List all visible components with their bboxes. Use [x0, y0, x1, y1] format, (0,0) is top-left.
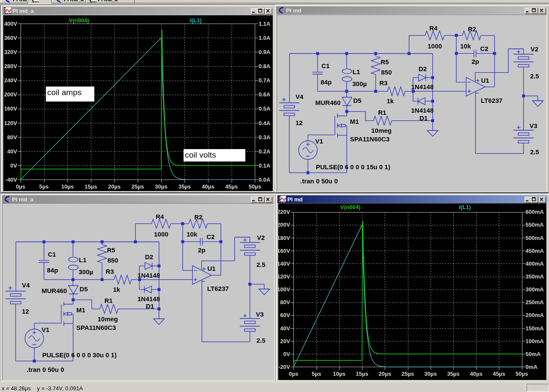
svg-text:200V: 200V — [4, 91, 18, 98]
svg-text:R1: R1 — [378, 109, 386, 116]
svg-text:40µs: 40µs — [202, 183, 214, 190]
svg-text:U1: U1 — [208, 265, 216, 272]
svg-text:10µs: 10µs — [333, 371, 345, 377]
svg-text:20µs: 20µs — [379, 371, 391, 377]
svg-text:MUR460: MUR460 — [42, 287, 67, 294]
svg-text:10k: 10k — [460, 42, 471, 50]
svg-text:coil amps: coil amps — [47, 88, 81, 97]
svg-text:D5: D5 — [80, 285, 88, 293]
svg-text:350mA: 350mA — [525, 273, 544, 280]
svg-text:40V: 40V — [7, 148, 17, 155]
svg-text:L1: L1 — [353, 68, 360, 75]
svg-text:2p: 2p — [198, 246, 206, 254]
svg-text:25µs: 25µs — [401, 371, 414, 377]
svg-text:200V: 200V — [278, 221, 290, 228]
svg-text:25µs: 25µs — [132, 183, 144, 190]
svg-text:R2: R2 — [468, 25, 476, 33]
svg-text:2p: 2p — [472, 58, 480, 65]
svg-text:.tran 0 50u 0: .tran 0 50u 0 — [27, 366, 64, 373]
svg-text:2.5: 2.5 — [256, 261, 265, 268]
svg-text:SPA11N60C3: SPA11N60C3 — [350, 135, 389, 143]
svg-text:84p: 84p — [47, 266, 58, 274]
svg-text:V(n004): V(n004) — [69, 17, 89, 24]
svg-text:LT6237: LT6237 — [481, 97, 503, 104]
svg-text:550mA: 550mA — [525, 221, 544, 228]
svg-text:12: 12 — [296, 119, 303, 126]
svg-text:20µs: 20µs — [108, 183, 121, 190]
svg-text:100mA: 100mA — [525, 338, 544, 344]
svg-text:0.9A: 0.9A — [259, 49, 271, 55]
svg-text:coil volts: coil volts — [185, 150, 216, 159]
svg-text:400mA: 400mA — [525, 260, 544, 267]
svg-text:400V: 400V — [4, 21, 18, 27]
svg-text:0V: 0V — [10, 162, 17, 169]
svg-text:R4: R4 — [429, 24, 438, 32]
svg-text:1000: 1000 — [154, 230, 168, 238]
svg-text:M1: M1 — [76, 306, 85, 314]
svg-text:10µs: 10µs — [61, 183, 74, 190]
svg-text:2.5: 2.5 — [530, 72, 539, 80]
svg-text:MUR460: MUR460 — [315, 99, 341, 106]
svg-text:0.4A: 0.4A — [259, 120, 271, 126]
svg-text:0µs: 0µs — [289, 371, 299, 377]
svg-text:320V: 320V — [4, 49, 18, 55]
svg-text:0.5A: 0.5A — [259, 105, 271, 112]
svg-text:850: 850 — [381, 69, 392, 76]
svg-text:60V: 60V — [280, 312, 290, 318]
svg-text:-20V: -20V — [278, 364, 290, 370]
svg-text:U1: U1 — [481, 77, 489, 84]
svg-text:200mA: 200mA — [525, 312, 544, 318]
svg-text:V3: V3 — [530, 122, 537, 129]
svg-text:C1: C1 — [48, 251, 56, 258]
svg-text:1N4148: 1N4148 — [138, 272, 160, 279]
svg-text:.tran 0 50u 0: .tran 0 50u 0 — [300, 177, 338, 185]
svg-text:40µs: 40µs — [470, 371, 483, 377]
svg-text:R1: R1 — [105, 297, 113, 304]
svg-text:500mA: 500mA — [525, 235, 544, 241]
svg-text:R5: R5 — [381, 58, 389, 66]
svg-text:160V: 160V — [278, 248, 290, 254]
svg-text:20V: 20V — [280, 338, 290, 344]
svg-text:1k: 1k — [113, 286, 121, 293]
svg-text:1N4148: 1N4148 — [411, 83, 434, 90]
svg-text:0mA: 0mA — [525, 364, 538, 370]
svg-text:15µs: 15µs — [356, 371, 368, 377]
svg-text:2.5: 2.5 — [256, 337, 265, 344]
svg-text:L1: L1 — [79, 256, 87, 263]
svg-text:0.8A: 0.8A — [259, 63, 271, 69]
svg-text:D1: D1 — [146, 302, 154, 310]
svg-text:220V: 220V — [278, 209, 290, 215]
svg-text:250mA: 250mA — [525, 299, 544, 305]
svg-text:0µs: 0µs — [16, 183, 25, 190]
svg-text:300mA: 300mA — [525, 286, 544, 293]
svg-text:35µs: 35µs — [447, 371, 459, 377]
svg-text:12: 12 — [22, 308, 29, 315]
svg-text:LT6237: LT6237 — [207, 285, 229, 292]
svg-text:0V: 0V — [284, 351, 290, 357]
svg-text:850: 850 — [108, 257, 118, 264]
svg-text:1.0A: 1.0A — [259, 35, 271, 41]
svg-text:PULSE(0 6 0 0 0 30u 0 1): PULSE(0 6 0 0 0 30u 0 1) — [42, 351, 117, 359]
svg-text:C2: C2 — [207, 233, 215, 240]
svg-text:R4: R4 — [156, 213, 164, 220]
svg-text:300µ: 300µ — [353, 80, 367, 87]
svg-text:D2: D2 — [419, 65, 427, 72]
svg-text:30µs: 30µs — [424, 371, 437, 377]
svg-text:0.0A: 0.0A — [259, 177, 271, 183]
svg-text:R5: R5 — [107, 246, 115, 254]
svg-text:R3: R3 — [380, 79, 388, 87]
svg-text:V(n004): V(n004) — [341, 204, 361, 210]
svg-text:C1: C1 — [322, 62, 330, 69]
svg-text:PULSE(0 6 0 0 0 15u 0 1): PULSE(0 6 0 0 0 15u 0 1) — [316, 163, 390, 171]
svg-text:160V: 160V — [4, 105, 18, 112]
svg-text:V4: V4 — [22, 281, 30, 289]
svg-text:V2: V2 — [257, 234, 265, 241]
svg-text:0.1A: 0.1A — [259, 162, 271, 169]
svg-text:1N4148: 1N4148 — [138, 295, 160, 302]
svg-text:V3: V3 — [256, 311, 264, 318]
svg-text:50µs: 50µs — [249, 183, 261, 190]
svg-text:10k: 10k — [187, 230, 198, 238]
svg-text:5µs: 5µs — [312, 371, 321, 377]
svg-text:450mA: 450mA — [525, 248, 544, 254]
svg-text:C2: C2 — [480, 45, 489, 52]
